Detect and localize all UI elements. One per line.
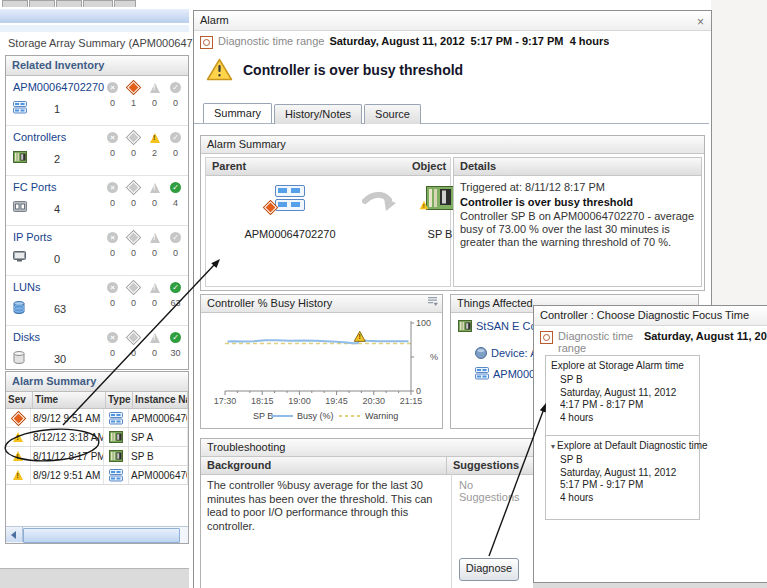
column-divider — [451, 473, 452, 588]
column-header-time[interactable]: Time — [33, 392, 106, 408]
focus-popup-titlebar: Controller : Choose Diagnostic Focus Tim… — [534, 306, 767, 326]
status-column: 0 — [144, 181, 165, 208]
svg-text:19:00: 19:00 — [288, 396, 311, 406]
status-count: 0 — [123, 248, 144, 258]
status-count: 30 — [165, 348, 186, 358]
time-cell: 8/9/12 9:51 AM — [31, 466, 104, 484]
status-column: ✓0 — [165, 231, 186, 258]
focus-option-1[interactable]: Explore at Storage Alarm timeSP BSaturda… — [545, 355, 700, 440]
status-column: ×0 — [102, 281, 123, 308]
column-header-type[interactable]: Type — [106, 392, 133, 408]
disk-icon — [13, 351, 25, 364]
focus-option-line: 4 hours — [551, 492, 694, 505]
focus-option-line: 4 hours — [551, 412, 694, 425]
status-critical-icon: × — [102, 181, 123, 194]
inventory-item-link[interactable]: IP Ports — [13, 231, 52, 243]
status-warning-icon — [144, 81, 165, 94]
controller-icon[interactable] — [425, 185, 455, 211]
relation-arrow-icon — [362, 190, 398, 214]
horizontal-scrollbar[interactable] — [6, 526, 188, 543]
status-count: 0 — [144, 98, 165, 108]
warning-triangle-icon — [206, 58, 233, 81]
inventory-row: FC Ports4×000✓4 — [6, 176, 188, 226]
time-range-value: Saturday, August 11, 2012 5:17 PM - 9:17… — [329, 35, 609, 47]
warning-badge-icon — [419, 200, 429, 212]
instance-cell: SP A — [129, 428, 188, 446]
inventory-item-link[interactable]: APM00064702270 — [13, 81, 104, 93]
troubleshooting-panel: Troubleshooting Background Suggestions T… — [200, 438, 536, 588]
status-count: 0 — [165, 148, 186, 158]
status-error-icon — [123, 231, 144, 244]
svg-text:21:15: 21:15 — [400, 396, 423, 406]
left-footer-strip — [0, 568, 189, 588]
triggered-at-text: Triggered at: 8/11/12 8:17 PM — [460, 181, 695, 194]
svg-text:20:30: 20:30 — [363, 396, 386, 406]
storage-array-icon[interactable] — [272, 184, 308, 214]
severity-cell — [6, 428, 31, 446]
status-count: 0 — [102, 98, 123, 108]
scrollbar-thumb[interactable] — [23, 528, 180, 543]
status-warning-icon — [13, 431, 23, 444]
focus-time-range-value: Saturday, August 11, 2012 5:17 — [644, 330, 767, 342]
instance-cell: SP B — [129, 447, 188, 465]
alarm-summary-left-header: Alarm Summary — [6, 372, 188, 392]
alarm-table-column-headers: SevTimeTypeInstance Name — [6, 392, 188, 409]
status-summary: ×000✓4 — [102, 181, 186, 208]
focus-option-title[interactable]: Explore at Storage Alarm time — [551, 360, 694, 371]
tab-source[interactable]: Source — [364, 104, 421, 124]
inventory-count: 30 — [54, 353, 66, 365]
status-count: 0 — [102, 148, 123, 158]
chart-menu-icon[interactable] — [427, 296, 438, 306]
status-warning-icon — [13, 469, 23, 482]
inventory-item-link[interactable]: LUNs — [13, 281, 41, 293]
background-text: The controller %busy average for the las… — [207, 479, 445, 533]
browser-tab — [114, 0, 136, 7]
severity-cell — [6, 447, 31, 465]
toolbar-strip — [0, 9, 189, 24]
alarm-summary-left-panel: Alarm Summary SevTimeTypeInstance Name 8… — [5, 371, 189, 544]
status-column: ×0 — [102, 81, 123, 108]
error-badge-icon — [266, 202, 275, 214]
status-column: 0 — [123, 331, 144, 358]
column-header-sev[interactable]: Sev — [6, 392, 33, 408]
alarm-table-row[interactable]: 8/12/12 3:18 AMSP A — [6, 428, 188, 447]
type-cell — [104, 447, 129, 465]
tab-history-notes[interactable]: History/Notes — [274, 104, 362, 124]
scroll-left-button[interactable] — [6, 527, 23, 542]
inventory-item-link[interactable]: Controllers — [13, 131, 66, 143]
suggestions-column-header: Suggestions — [446, 457, 535, 474]
focus-time-popup: Controller : Choose Diagnostic Focus Tim… — [533, 305, 767, 583]
inventory-item-link[interactable]: Disks — [13, 331, 40, 343]
alarm-table-row[interactable]: 8/9/12 9:51 AMAPM00064702270 — [6, 409, 188, 428]
status-count: 4 — [165, 198, 186, 208]
status-column: 0 — [144, 281, 165, 308]
status-summary: ×000✓63 — [102, 281, 186, 308]
status-column: 2 — [144, 131, 165, 158]
type-cell — [104, 409, 129, 427]
status-error-icon — [123, 131, 144, 144]
object-column-header: Object — [412, 158, 446, 175]
svg-text:17:30: 17:30 — [214, 396, 237, 406]
column-header-instance-name[interactable]: Instance Name — [133, 392, 188, 408]
focus-option-title[interactable]: ▾Explore at Default Diagnostic time — [551, 440, 694, 451]
focus-option-2[interactable]: ▾Explore at Default Diagnostic timeSP BS… — [545, 435, 700, 520]
dialog-tabs: SummaryHistory/NotesSource — [203, 102, 423, 122]
alarm-table-row[interactable]: 8/9/12 9:51 AMAPM00064702270 — [6, 466, 188, 485]
inventory-item-link[interactable]: FC Ports — [13, 181, 56, 193]
tab-summary[interactable]: Summary — [203, 103, 272, 123]
inventory-count: 4 — [54, 203, 60, 215]
storage-array-icon — [475, 367, 489, 380]
controller-icon — [109, 431, 123, 443]
type-cell — [104, 428, 129, 446]
alarm-summary-panel-header: Alarm Summary — [201, 136, 704, 154]
storage-array-icon — [109, 412, 123, 425]
parent-label[interactable]: APM00064702270 — [220, 228, 360, 240]
svg-text:18:15: 18:15 — [251, 396, 274, 406]
chevron-down-icon: ▾ — [551, 442, 555, 451]
diagnose-button[interactable]: Diagnose — [459, 558, 519, 581]
scroll-left-arrow-icon — [11, 531, 16, 539]
status-column: 0 — [123, 181, 144, 208]
alarm-table-row[interactable]: 8/11/12 8:17 PMSP B — [6, 447, 188, 466]
alarm-details-description: Controller SP B on APM00064702270 - aver… — [460, 210, 695, 249]
status-column: ✓30 — [165, 331, 186, 358]
